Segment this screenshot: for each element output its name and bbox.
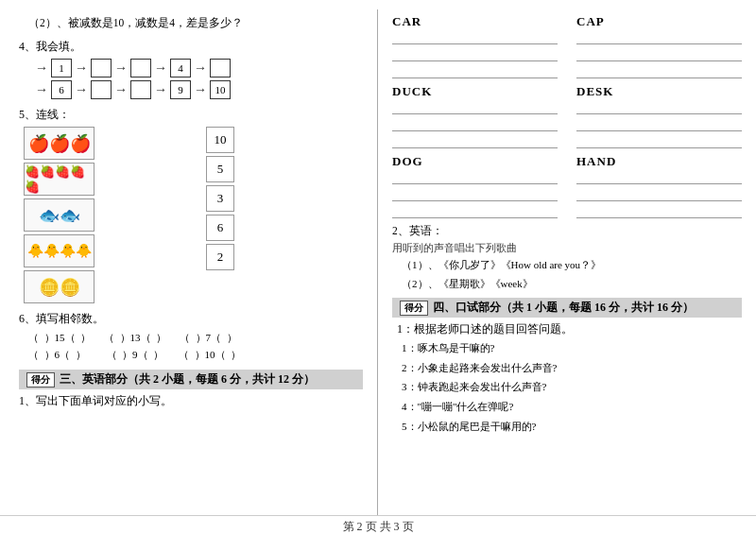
score-box-4: 得分 bbox=[400, 301, 428, 316]
page-info: 第 2 页 共 3 页 bbox=[343, 520, 414, 533]
fill-item: （ ）10（ ） bbox=[179, 348, 241, 362]
page-footer: 第 2 页 共 3 页 bbox=[0, 515, 756, 534]
vocab-item-dog: DOG bbox=[392, 154, 558, 218]
arrow-icon: → bbox=[194, 60, 207, 76]
vocab-word-dog: DOG bbox=[392, 154, 558, 169]
oral-intro: 1：根据老师口述的题目回答问题。 bbox=[397, 321, 742, 337]
arrow-icon: → bbox=[154, 82, 167, 97]
num-box-2: 5 bbox=[206, 156, 234, 182]
arrow-icon: → bbox=[114, 60, 128, 76]
oral-q1: 1：啄木鸟是干嘛的? bbox=[402, 340, 742, 357]
fill-row-1: （ ）15（ ） （ ）13（ ） （ ）7（ ） bbox=[28, 331, 363, 345]
vocab-word-desk: DESK bbox=[576, 84, 742, 99]
write-lines bbox=[576, 31, 742, 78]
write-line bbox=[392, 205, 558, 218]
q4-title: 4、我会填。 bbox=[19, 39, 363, 55]
section4-label: 四、口试部分（共 1 小题，每题 16 分，共计 16 分） bbox=[433, 300, 694, 316]
write-line bbox=[576, 31, 742, 44]
num-box-3: 3 bbox=[206, 185, 234, 212]
q4-block: 4、我会填。 → 1 → → → 4 → → 6 → → → bbox=[19, 39, 363, 99]
oral-q3: 3：钟表跑起来会发出什么声音? bbox=[402, 379, 742, 396]
seq-row-1: → 1 → → → 4 → bbox=[33, 59, 363, 78]
vocab-section: CAR CAP bbox=[392, 14, 742, 218]
vocab-item-desk: DESK bbox=[576, 84, 742, 148]
write-lines bbox=[392, 171, 558, 218]
write-line bbox=[576, 48, 742, 61]
song-item-2: （2）、《星期歌》《week》 bbox=[402, 276, 742, 293]
song-item-1: （1）、《你几岁了》《How old are you？》 bbox=[402, 257, 742, 274]
q3-1-title: 1、写出下面单词对应的小写。 bbox=[19, 393, 363, 409]
arrow-icon: → bbox=[114, 82, 128, 97]
vocab-row-2: DUCK DESK bbox=[392, 84, 742, 148]
fill-item: （ ）7（ ） bbox=[180, 331, 237, 345]
write-line bbox=[576, 171, 742, 184]
write-line bbox=[576, 188, 742, 201]
arrow-icon: → bbox=[194, 82, 207, 97]
arrow-icon: → bbox=[35, 82, 48, 97]
num-box-4: 6 bbox=[206, 215, 234, 241]
vocab-item-duck: DUCK bbox=[392, 84, 558, 148]
image-box-4: 🐥🐥🐥🐥 bbox=[24, 234, 94, 267]
seq-box: 9 bbox=[170, 80, 191, 99]
q6-block: 6、填写相邻数。 （ ）15（ ） （ ）13（ ） （ ）7（ ） （ ）6（… bbox=[19, 311, 363, 362]
q2-text: （2）、被减数是10，减数是4，差是多少？ bbox=[28, 14, 363, 31]
write-lines bbox=[392, 101, 558, 148]
vocab-word-duck: DUCK bbox=[392, 84, 558, 99]
english-section: 2、英语： 用听到的声音唱出下列歌曲 （1）、《你几岁了》《How old ar… bbox=[392, 224, 742, 292]
oral-q4: 4："嘣一嘣"什么在弹呢? bbox=[402, 399, 742, 416]
seq-box bbox=[130, 59, 151, 78]
q5-block: 5、连线： 🍎🍎🍎 🍓🍓🍓🍓🍓 🐟🐟 🐥🐥🐥🐥 🪙🪙 10 5 3 6 2 bbox=[19, 107, 363, 303]
english-sub: 用听到的声音唱出下列歌曲 bbox=[392, 241, 742, 255]
vocab-word-hand: HAND bbox=[576, 154, 742, 169]
write-lines bbox=[576, 101, 742, 148]
arrow-icon: → bbox=[154, 60, 167, 76]
seq-box bbox=[91, 80, 112, 99]
write-line bbox=[392, 31, 558, 44]
seq-box: 10 bbox=[210, 80, 231, 99]
q5-title: 5、连线： bbox=[19, 107, 363, 123]
num-box-1: 10 bbox=[206, 127, 234, 153]
image-box-1: 🍎🍎🍎 bbox=[24, 127, 94, 160]
write-line bbox=[392, 101, 558, 114]
seq-box: 1 bbox=[51, 59, 72, 78]
vocab-item-car: CAR bbox=[392, 14, 558, 78]
image-box-2: 🍓🍓🍓🍓🍓 bbox=[24, 163, 94, 196]
fill-item: （ ）15（ ） bbox=[28, 331, 91, 345]
vocab-word-cap: CAP bbox=[576, 14, 742, 29]
q6-title: 6、填写相邻数。 bbox=[19, 311, 363, 327]
left-panel: （2）、被减数是10，减数是4，差是多少？ 4、我会填。 → 1 → → → 4… bbox=[0, 9, 378, 515]
section3-label: 三、英语部分（共 2 小题，每题 6 分，共计 12 分） bbox=[60, 371, 315, 388]
connect-layout: 🍎🍎🍎 🍓🍓🍓🍓🍓 🐟🐟 🐥🐥🐥🐥 🪙🪙 10 5 3 6 2 bbox=[24, 127, 363, 303]
write-line bbox=[392, 48, 558, 61]
write-lines bbox=[392, 31, 558, 78]
arrow-icon: → bbox=[75, 60, 88, 76]
write-line bbox=[576, 135, 742, 148]
fill-row-2: （ ）6（ ） （ ）9（ ） （ ）10（ ） bbox=[28, 348, 363, 362]
num-box-5: 2 bbox=[206, 244, 234, 270]
write-line bbox=[576, 101, 742, 114]
vocab-item-cap: CAP bbox=[576, 14, 742, 78]
q3-1-block: 1、写出下面单词对应的小写。 bbox=[19, 393, 363, 409]
oral-section: 1：根据老师口述的题目回答问题。 1：啄木鸟是干嘛的? 2：小象走起路来会发出什… bbox=[392, 321, 742, 435]
fill-item: （ ）6（ ） bbox=[28, 348, 86, 362]
q2-block: （2）、被减数是10，减数是4，差是多少？ bbox=[19, 14, 363, 31]
write-line bbox=[392, 171, 558, 184]
image-box-5: 🪙🪙 bbox=[24, 270, 94, 303]
connect-left: 🍎🍎🍎 🍓🍓🍓🍓🍓 🐟🐟 🐥🐥🐥🐥 🪙🪙 bbox=[24, 127, 102, 303]
seq-row-2: → 6 → → → 9 → 10 bbox=[33, 80, 363, 99]
write-line bbox=[576, 205, 742, 218]
write-lines bbox=[576, 171, 742, 218]
image-box-3: 🐟🐟 bbox=[24, 198, 94, 232]
score-box: 得分 bbox=[26, 372, 55, 388]
oral-q5: 5：小松鼠的尾巴是干嘛用的? bbox=[402, 419, 742, 436]
write-line bbox=[392, 118, 558, 131]
arrow-icon: → bbox=[35, 60, 48, 76]
write-line bbox=[576, 65, 742, 78]
fill-item: （ ）9（ ） bbox=[107, 348, 164, 362]
seq-box bbox=[91, 59, 112, 78]
english-title: 2、英语： bbox=[392, 224, 742, 238]
seq-box: 4 bbox=[170, 59, 191, 78]
section4-header: 得分 四、口试部分（共 1 小题，每题 16 分，共计 16 分） bbox=[392, 298, 742, 318]
vocab-word-car: CAR bbox=[392, 14, 558, 29]
vocab-item-hand: HAND bbox=[576, 154, 742, 218]
